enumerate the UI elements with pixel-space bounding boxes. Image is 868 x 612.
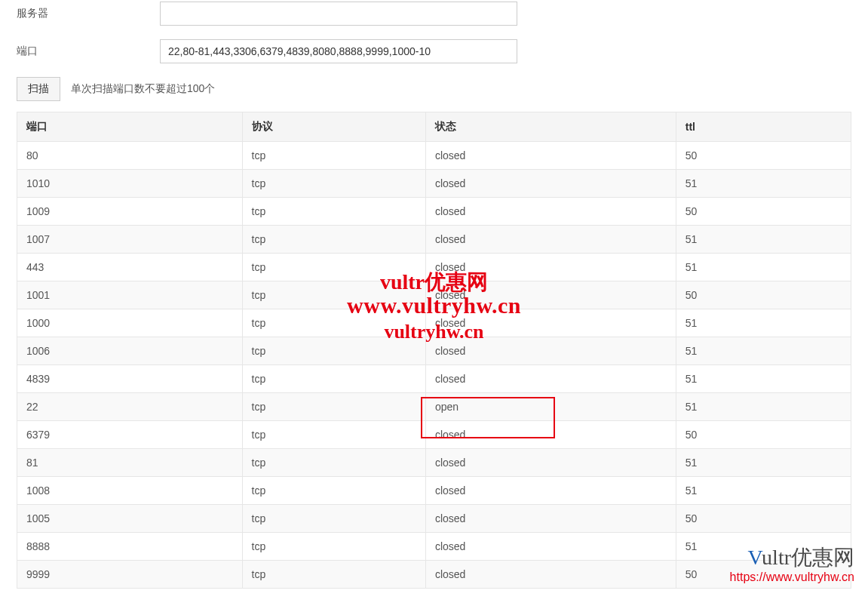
table-row: 8888tcpclosed51	[17, 533, 851, 561]
server-row: 服务器	[17, 2, 851, 26]
cell-port: 1000	[17, 309, 243, 337]
cell-port: 1007	[17, 226, 243, 254]
server-label: 服务器	[17, 7, 160, 20]
table-row: 1009tcpclosed50	[17, 198, 851, 226]
cell-ttl: 51	[676, 365, 851, 393]
hint-text: 单次扫描端口数不要超过100个	[71, 82, 215, 96]
cell-port: 1001	[17, 281, 243, 309]
port-label: 端口	[17, 45, 160, 58]
table-row: 81tcpclosed51	[17, 449, 851, 477]
cell-status: closed	[425, 337, 676, 365]
cell-status: closed	[425, 198, 676, 226]
cell-protocol: tcp	[242, 281, 425, 309]
cell-status: closed	[425, 421, 676, 449]
form-area: 服务器 端口 扫描 单次扫描端口数不要超过100个	[0, 2, 868, 101]
cell-ttl: 50	[676, 281, 851, 309]
table-row: 9999tcpclosed50	[17, 561, 851, 589]
th-port: 端口	[17, 112, 243, 142]
cell-ttl: 51	[676, 309, 851, 337]
cell-port: 6379	[17, 421, 243, 449]
action-row: 扫描 单次扫描端口数不要超过100个	[17, 77, 851, 101]
cell-status: closed	[425, 561, 676, 589]
cell-ttl: 50	[676, 561, 851, 589]
cell-status: closed	[425, 505, 676, 533]
cell-status: closed	[425, 254, 676, 281]
table-row: 6379tcpclosed50	[17, 421, 851, 449]
cell-protocol: tcp	[242, 477, 425, 505]
cell-port: 1006	[17, 337, 243, 365]
table-row: 443tcpclosed51	[17, 254, 851, 281]
cell-protocol: tcp	[242, 170, 425, 198]
server-input[interactable]	[160, 2, 517, 26]
cell-port: 8888	[17, 533, 243, 561]
cell-ttl: 51	[676, 449, 851, 477]
table-row: 80tcpclosed50	[17, 142, 851, 170]
cell-ttl: 50	[676, 421, 851, 449]
cell-protocol: tcp	[242, 505, 425, 533]
port-row: 端口	[17, 39, 851, 63]
table-header-row: 端口 协议 状态 ttl	[17, 112, 851, 142]
cell-status: closed	[425, 281, 676, 309]
cell-protocol: tcp	[242, 337, 425, 365]
cell-status: closed	[425, 449, 676, 477]
th-protocol: 协议	[242, 112, 425, 142]
cell-status: closed	[425, 365, 676, 393]
cell-status: closed	[425, 309, 676, 337]
cell-status: closed	[425, 170, 676, 198]
cell-port: 81	[17, 449, 243, 477]
table-row: 1006tcpclosed51	[17, 337, 851, 365]
th-status: 状态	[425, 112, 676, 142]
cell-port: 9999	[17, 561, 243, 589]
cell-protocol: tcp	[242, 533, 425, 561]
table-row: 22tcpopen51	[17, 393, 851, 421]
cell-status: closed	[425, 226, 676, 254]
cell-protocol: tcp	[242, 365, 425, 393]
cell-protocol: tcp	[242, 309, 425, 337]
cell-ttl: 51	[676, 254, 851, 281]
cell-port: 1008	[17, 477, 243, 505]
table-row: 1010tcpclosed51	[17, 170, 851, 198]
cell-ttl: 51	[676, 226, 851, 254]
table-row: 1005tcpclosed50	[17, 505, 851, 533]
results-table: 端口 协议 状态 ttl 80tcpclosed501010tcpclosed5…	[17, 112, 851, 589]
cell-port: 22	[17, 393, 243, 421]
table-row: 1001tcpclosed50	[17, 281, 851, 309]
cell-protocol: tcp	[242, 198, 425, 226]
port-input[interactable]	[160, 39, 517, 63]
cell-port: 4839	[17, 365, 243, 393]
table-row: 1000tcpclosed51	[17, 309, 851, 337]
table-row: 4839tcpclosed51	[17, 365, 851, 393]
table-row: 1007tcpclosed51	[17, 226, 851, 254]
cell-ttl: 50	[676, 142, 851, 170]
table-row: 1008tcpclosed51	[17, 477, 851, 505]
cell-ttl: 51	[676, 337, 851, 365]
cell-ttl: 51	[676, 477, 851, 505]
cell-port: 1010	[17, 170, 243, 198]
cell-protocol: tcp	[242, 449, 425, 477]
cell-protocol: tcp	[242, 254, 425, 281]
scan-button[interactable]: 扫描	[17, 77, 60, 101]
cell-ttl: 51	[676, 533, 851, 561]
cell-port: 1009	[17, 198, 243, 226]
cell-status: closed	[425, 142, 676, 170]
cell-protocol: tcp	[242, 393, 425, 421]
cell-status: open	[425, 393, 676, 421]
cell-protocol: tcp	[242, 142, 425, 170]
cell-ttl: 51	[676, 393, 851, 421]
cell-port: 80	[17, 142, 243, 170]
results-table-wrap: 端口 协议 状态 ttl 80tcpclosed501010tcpclosed5…	[0, 112, 868, 589]
cell-protocol: tcp	[242, 421, 425, 449]
cell-status: closed	[425, 533, 676, 561]
table-body: 80tcpclosed501010tcpclosed511009tcpclose…	[17, 142, 851, 589]
cell-protocol: tcp	[242, 561, 425, 589]
cell-status: closed	[425, 477, 676, 505]
cell-ttl: 50	[676, 198, 851, 226]
th-ttl: ttl	[676, 112, 851, 142]
cell-ttl: 51	[676, 170, 851, 198]
cell-port: 1005	[17, 505, 243, 533]
cell-port: 443	[17, 254, 243, 281]
cell-ttl: 50	[676, 505, 851, 533]
cell-protocol: tcp	[242, 226, 425, 254]
